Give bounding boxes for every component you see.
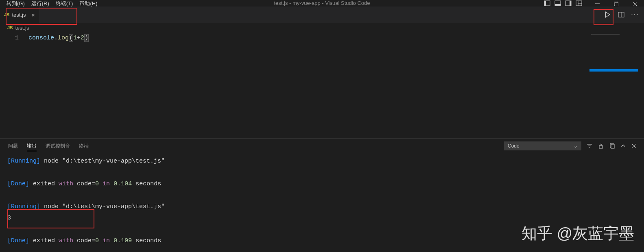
output-line: 3: [7, 213, 637, 224]
js-file-icon: JS: [7, 25, 13, 30]
line-gutter: 1: [0, 33, 28, 138]
code-content[interactable]: console.log(1+2): [28, 33, 644, 138]
output-channel-select[interactable]: Code ⌄: [504, 141, 581, 150]
output-channel-label: Code: [508, 143, 520, 149]
window-title: test.js - my-vue-app - Visual Studio Cod…: [274, 0, 370, 6]
code-line-1: console.log(1+2): [28, 33, 644, 43]
breadcrumb-file: test.js: [15, 25, 29, 31]
svg-rect-21: [611, 144, 614, 148]
svg-rect-1: [544, 1, 546, 6]
minimap[interactable]: [589, 33, 637, 138]
code-editor[interactable]: 1 console.log(1+2): [0, 33, 644, 138]
panel-tab-output[interactable]: 输出: [27, 141, 37, 151]
svg-rect-5: [570, 1, 571, 6]
editor-scrollbar[interactable]: [638, 33, 644, 138]
menubar: 转到(G) 运行(R) 终端(T) 帮助(H) test.js - my-vue…: [0, 0, 644, 7]
panel-tab-problems[interactable]: 问题: [8, 141, 18, 151]
bottom-panel: 问题 输出 调试控制台 终端 Code ⌄ [Running] node "d:…: [0, 138, 644, 249]
panel-tabs: 问题 输出 调试控制台 终端 Code ⌄: [0, 139, 644, 153]
output-line: [7, 167, 637, 178]
filter-icon[interactable]: [586, 143, 593, 149]
svg-rect-11: [615, 2, 618, 6]
output-line: [Done] exited with code=0 in 0.199 secon…: [7, 235, 637, 247]
panel-maximize-icon[interactable]: [620, 143, 626, 149]
panel-tab-debug-console[interactable]: 调试控制台: [46, 141, 70, 151]
panel-close-icon[interactable]: [631, 143, 637, 149]
panel-tab-terminal[interactable]: 终端: [79, 141, 89, 151]
chevron-down-icon: ⌄: [574, 143, 578, 149]
js-file-icon: JS: [4, 12, 9, 17]
split-editor-icon[interactable]: [616, 10, 626, 20]
tab-testjs[interactable]: JS test.js ×: [0, 7, 39, 23]
tab-close-icon[interactable]: ×: [31, 11, 35, 18]
lock-scroll-icon[interactable]: [598, 143, 604, 149]
svg-rect-19: [599, 146, 603, 148]
output-line: [Done] exited with code=0 in 0.104 secon…: [7, 178, 637, 190]
more-actions-icon[interactable]: ···: [630, 10, 640, 20]
output-line: [Running] node "d:\test\my-vue-app\test.…: [7, 201, 637, 213]
svg-rect-3: [555, 4, 561, 6]
tab-label: test.js: [12, 12, 26, 18]
output-line: [Running] node "d:\test\my-vue-app\test.…: [7, 156, 637, 167]
run-code-button[interactable]: [603, 10, 612, 20]
line-number: 1: [0, 33, 19, 43]
editor-tabbar: JS test.js × ···: [0, 7, 644, 23]
output-content[interactable]: [Running] node "d:\test\my-vue-app\test.…: [0, 153, 644, 249]
clear-output-icon[interactable]: [609, 143, 616, 149]
output-line: [7, 190, 637, 201]
breadcrumb[interactable]: JS test.js: [0, 23, 644, 33]
output-line: [7, 224, 637, 235]
